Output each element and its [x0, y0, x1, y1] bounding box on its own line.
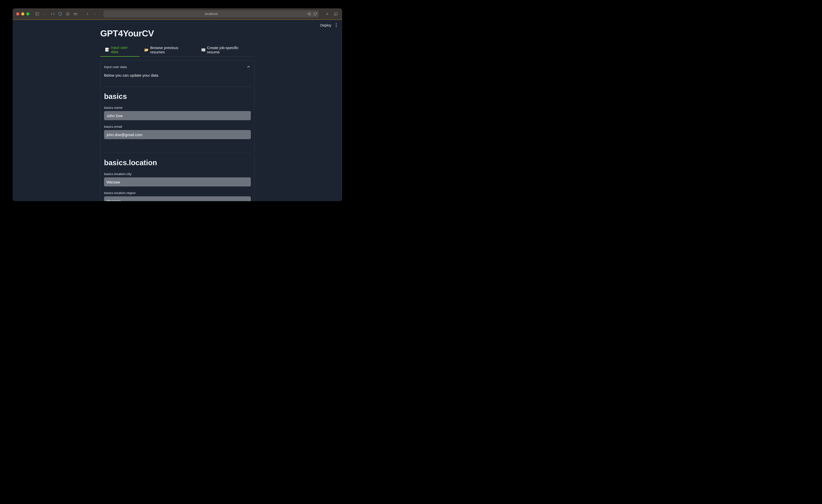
sidebar-toggle-icon[interactable] [34, 11, 40, 17]
pencil-emoji-icon: 📝 [105, 48, 109, 52]
label-basics-name: basics.name [104, 106, 251, 109]
tabs-overview-icon[interactable] [333, 11, 339, 17]
code-icon[interactable] [50, 11, 55, 17]
browser-window: . localhost [13, 8, 342, 201]
app-viewport[interactable]: Deploy GPT4YourCV 📝 Input user data 📂 Br… [13, 20, 342, 201]
tab-bar: 📝 Input user data 📂 Browse previous resu… [100, 43, 255, 57]
back-button[interactable] [85, 11, 90, 17]
svg-rect-9 [335, 12, 337, 15]
input-basics-email[interactable] [104, 130, 251, 139]
minimize-window-button[interactable] [21, 12, 24, 15]
tab-group-dropdown[interactable]: . [43, 12, 47, 16]
label-location-region: basics.location.region [104, 191, 251, 195]
panel-subtext: Below you can update your data [104, 73, 251, 77]
tab-create-resume[interactable]: 📰 Create job-specific resume [196, 43, 255, 56]
maximize-window-button[interactable] [26, 12, 29, 15]
menu-kebab-icon[interactable] [335, 22, 338, 28]
forward-button[interactable] [92, 11, 97, 17]
panel-header-title: Input user data [104, 65, 127, 69]
section-heading-location: basics.location [104, 159, 251, 167]
tool-icon[interactable] [73, 11, 78, 17]
deploy-button[interactable]: Deploy [320, 23, 331, 27]
folder-emoji-icon: 📂 [144, 48, 148, 52]
shield-icon[interactable] [57, 11, 63, 17]
close-window-button[interactable] [16, 12, 19, 15]
input-basics-name[interactable] [104, 111, 251, 120]
page-title: GPT4YourCV [100, 28, 255, 38]
tab-browse-resumes[interactable]: 📂 Browse previous resumes [139, 43, 196, 56]
new-tab-button[interactable] [325, 11, 330, 17]
address-text: localhost [205, 12, 218, 16]
translate-icon[interactable] [307, 12, 311, 16]
address-bar[interactable]: localhost [103, 10, 319, 17]
browser-titlebar: . localhost [13, 8, 342, 19]
section-heading-basics: basics [104, 92, 251, 101]
label-location-city: basics.location.city [104, 172, 251, 176]
reload-icon[interactable] [313, 12, 317, 16]
data-panel: Input user data Below you can update you… [100, 60, 255, 201]
downloads-icon[interactable] [65, 11, 71, 17]
newspaper-emoji-icon: 📰 [201, 48, 206, 52]
tab-label: Input user data [111, 45, 135, 54]
input-location-city[interactable] [104, 177, 251, 186]
svg-rect-0 [36, 12, 39, 15]
divider [104, 86, 251, 87]
divider [104, 153, 251, 153]
label-basics-email: basics.email [104, 125, 251, 128]
panel-header[interactable]: Input user data [104, 64, 251, 69]
tab-input-user-data[interactable]: 📝 Input user data [100, 43, 139, 57]
tab-label: Create job-specific resume [207, 46, 250, 54]
tab-label: Browse previous resumes [150, 46, 191, 54]
input-location-region[interactable] [104, 196, 251, 201]
chevron-up-icon[interactable] [246, 64, 251, 69]
window-controls [16, 12, 29, 15]
